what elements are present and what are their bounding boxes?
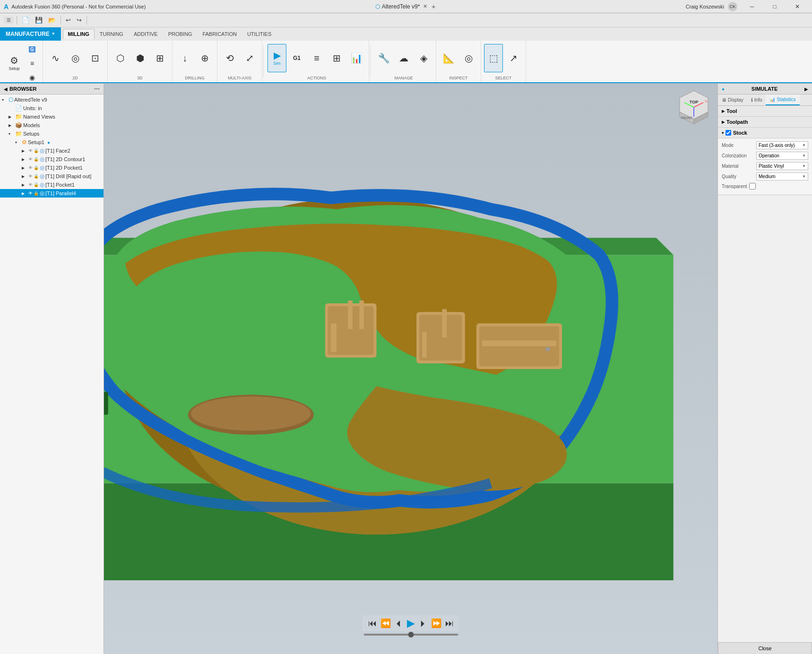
nc-program-button[interactable]: ≡ (25, 57, 40, 70)
parallel4-expand-arrow[interactable]: ▶ (22, 191, 27, 196)
drilling-buttons: ↓ ⊕ (175, 43, 214, 74)
simulate-button[interactable]: ▶ Sim (268, 44, 286, 72)
minimize-button[interactable]: ─ (741, 0, 763, 13)
bore-button[interactable]: ⊕ (195, 44, 214, 72)
3d-viewport[interactable]: TOP FRONT X ⏮ ⏪ ⏴ ▶ ⏵ ⏩ ⏭ (104, 84, 717, 654)
stock-section-header[interactable]: ▾ Stock (718, 128, 812, 138)
tab-turning[interactable]: TURNING (95, 29, 129, 39)
statistics-button[interactable]: 📊 (347, 44, 366, 72)
close-button[interactable]: ✕ (786, 0, 808, 13)
3d-adaptive-button[interactable]: ⬡ (111, 44, 130, 72)
2d-adaptive-button[interactable]: ∿ (46, 44, 65, 72)
open-button[interactable]: 📂 (46, 16, 58, 25)
browser-item-contour1[interactable]: ▶ 👁 🔒 ◎ [T1] 2D Contour1 (0, 155, 104, 164)
models-expand-arrow[interactable]: ▶ (9, 123, 14, 128)
toolpath-display-button[interactable]: ≡ (307, 44, 326, 72)
simulate-tab-statistics[interactable]: 📊 Statistics (766, 95, 799, 105)
inspect2-button[interactable]: ◎ (459, 44, 478, 72)
colorization-dropdown-arrow: ▼ (802, 154, 806, 158)
playback-start-button[interactable]: ⏮ (368, 619, 377, 628)
browser-settings-button[interactable]: ⋯ (94, 86, 100, 92)
pocket1-expand-arrow[interactable]: ▶ (22, 166, 27, 170)
mode-dropdown[interactable]: Fast (3-axis only) ▼ (756, 141, 808, 149)
app-menu-button[interactable]: ☰ (4, 17, 14, 24)
cloud-lib-button[interactable]: ☁ (394, 44, 413, 72)
measure-button[interactable]: 📐 (439, 44, 458, 72)
selection-filter-button[interactable]: ⬚ (484, 44, 503, 72)
setup1-expand-arrow[interactable]: ▾ (15, 140, 21, 145)
multiaxis1-button[interactable]: ⟲ (220, 44, 239, 72)
timeline-thumb[interactable] (408, 632, 414, 637)
2d-contour-button[interactable]: ◎ (66, 44, 85, 72)
playback-end-button[interactable]: ⏭ (445, 619, 454, 628)
tab-utilities[interactable]: UTILITIES (242, 29, 276, 39)
playback-stepfwd-button[interactable]: ⏵ (419, 619, 427, 628)
viewcube[interactable]: TOP FRONT X (675, 88, 713, 126)
tab-probing[interactable]: PROBING (163, 29, 198, 39)
browser-item-units[interactable]: 📄 Units: in (0, 104, 104, 112)
new-file-button[interactable]: 📄 (20, 16, 31, 25)
drill-button[interactable]: ↓ (175, 44, 194, 72)
ribbon-group-manage: 🔧 ☁ ◈ MANAGE (371, 41, 436, 82)
tab-fabrication[interactable]: FABRICATION (197, 29, 242, 39)
setup-button[interactable]: ⚙ Setup (5, 49, 24, 77)
viewport-svg (104, 84, 717, 654)
close-simulate-button[interactable]: Close (718, 642, 812, 654)
browser-item-pocket2[interactable]: ▶ 👁 🔒 ◎ [T1] Pocket1 (0, 181, 104, 189)
toolpath-section-header[interactable]: ▶ Toolpath (718, 117, 812, 128)
colorization-dropdown[interactable]: Operation ▼ (756, 152, 808, 160)
browser-item-drill1[interactable]: ▶ 👁 🔒 ◎ [T1] Drill [Rapid out] (0, 172, 104, 181)
browser-item-root[interactable]: ▾ ⬡ AlteredTele v9 (0, 95, 104, 104)
tool-section-header[interactable]: ▶ Tool (718, 106, 812, 117)
stock-checkbox[interactable] (726, 130, 731, 136)
compare-button[interactable]: ⊞ (327, 44, 346, 72)
contour1-expand-arrow[interactable]: ▶ (22, 157, 27, 162)
tab-additive[interactable]: ADDITIVE (129, 29, 163, 39)
multiaxis2-button[interactable]: ⤢ (240, 44, 259, 72)
browser-collapse-button[interactable]: ◀ (4, 86, 8, 92)
browser-item-setups[interactable]: ▾ 📁 Setups (0, 129, 104, 138)
simulate-tab-info[interactable]: ℹ Info (747, 95, 766, 105)
playback-play-button[interactable]: ▶ (407, 617, 415, 629)
browser-item-pocket1[interactable]: ▶ 👁 🔒 ◎ [T1] 2D Pocket1 (0, 164, 104, 172)
undo-button[interactable]: ↩ (64, 16, 73, 25)
setups-expand-arrow[interactable]: ▾ (9, 132, 14, 136)
add-tab-button[interactable]: + (430, 3, 437, 10)
material-dropdown[interactable]: Plastic Vinyl ▼ (756, 162, 808, 170)
namedviews-expand-arrow[interactable]: ▶ (9, 115, 14, 119)
browser-item-face2[interactable]: ▶ 👁 🔒 ◎ [T1] Face2 (0, 146, 104, 155)
face2-expand-arrow[interactable]: ▶ (22, 149, 27, 153)
simulate-tab-display[interactable]: 🖥 Display (718, 95, 747, 105)
timeline-slider[interactable] (363, 634, 458, 636)
close-tab-button[interactable]: ✕ (422, 3, 428, 10)
generate-button[interactable]: G1 (287, 44, 306, 72)
save-button[interactable]: 💾 (33, 16, 44, 25)
template-button[interactable]: ◉ (25, 71, 40, 84)
browser-item-setup1[interactable]: ▾ ⚙ Setup1 ● (0, 138, 104, 146)
pocket2-expand-arrow[interactable]: ▶ (22, 183, 27, 187)
tool-library-button[interactable]: 🔧 (374, 44, 393, 72)
g1-button[interactable]: G (25, 43, 40, 56)
manage3-button[interactable]: ◈ (414, 44, 433, 72)
manufacture-dropdown-button[interactable]: MANUFACTURE ▼ (0, 27, 61, 41)
quality-dropdown[interactable]: Medium ▼ (756, 172, 808, 181)
redo-button[interactable]: ↪ (75, 16, 84, 25)
select-mode-button[interactable]: ↗ (504, 44, 523, 72)
simulate-title: SIMULATE (752, 86, 777, 92)
browser-item-named-views[interactable]: ▶ 📁 Named Views (0, 112, 104, 121)
drill1-expand-arrow[interactable]: ▶ (22, 174, 27, 179)
maximize-button[interactable]: □ (764, 0, 786, 13)
tab-milling[interactable]: MILLING (63, 29, 95, 39)
playback-fwd-button[interactable]: ⏩ (431, 618, 441, 628)
playback-stepback-button[interactable]: ⏴ (395, 619, 403, 628)
root-expand-arrow[interactable]: ▾ (2, 98, 8, 102)
browser-item-models[interactable]: ▶ 📦 Models (0, 121, 104, 129)
simulate-collapse-button[interactable]: ▶ (804, 86, 808, 92)
transparent-checkbox[interactable] (749, 183, 756, 189)
3d-more-button[interactable]: ⊞ (150, 44, 169, 72)
browser-item-parallel4[interactable]: ▶ 👁 🔒 ◎ [T1] Parallel4 (0, 189, 104, 198)
playback-prev-button[interactable]: ⏪ (380, 618, 391, 628)
3d-contour-button[interactable]: ⬢ (130, 44, 149, 72)
units-icon: 📄 (15, 105, 22, 112)
2d-pocket-button[interactable]: ⊡ (86, 44, 104, 72)
